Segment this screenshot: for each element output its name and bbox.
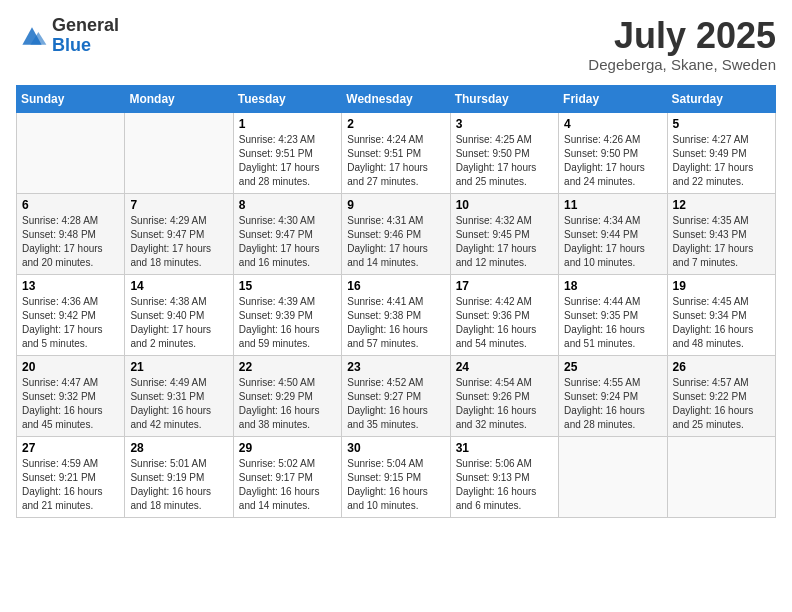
day-info: Sunrise: 4:52 AM Sunset: 9:27 PM Dayligh…: [347, 376, 444, 432]
day-info: Sunrise: 5:02 AM Sunset: 9:17 PM Dayligh…: [239, 457, 336, 513]
day-number: 8: [239, 198, 336, 212]
day-number: 31: [456, 441, 553, 455]
day-number: 5: [673, 117, 770, 131]
weekday-header-thursday: Thursday: [450, 85, 558, 112]
calendar-week-row: 1Sunrise: 4:23 AM Sunset: 9:51 PM Daylig…: [17, 112, 776, 193]
day-info: Sunrise: 4:24 AM Sunset: 9:51 PM Dayligh…: [347, 133, 444, 189]
calendar-cell: 7Sunrise: 4:29 AM Sunset: 9:47 PM Daylig…: [125, 193, 233, 274]
day-number: 10: [456, 198, 553, 212]
calendar-cell: 18Sunrise: 4:44 AM Sunset: 9:35 PM Dayli…: [559, 274, 667, 355]
day-number: 6: [22, 198, 119, 212]
weekday-header-saturday: Saturday: [667, 85, 775, 112]
weekday-header-sunday: Sunday: [17, 85, 125, 112]
day-info: Sunrise: 4:31 AM Sunset: 9:46 PM Dayligh…: [347, 214, 444, 270]
calendar-cell: 12Sunrise: 4:35 AM Sunset: 9:43 PM Dayli…: [667, 193, 775, 274]
calendar-cell: 23Sunrise: 4:52 AM Sunset: 9:27 PM Dayli…: [342, 355, 450, 436]
calendar-week-row: 13Sunrise: 4:36 AM Sunset: 9:42 PM Dayli…: [17, 274, 776, 355]
calendar-cell: 20Sunrise: 4:47 AM Sunset: 9:32 PM Dayli…: [17, 355, 125, 436]
calendar-cell: 10Sunrise: 4:32 AM Sunset: 9:45 PM Dayli…: [450, 193, 558, 274]
day-info: Sunrise: 4:30 AM Sunset: 9:47 PM Dayligh…: [239, 214, 336, 270]
calendar-cell: 2Sunrise: 4:24 AM Sunset: 9:51 PM Daylig…: [342, 112, 450, 193]
calendar-cell: 15Sunrise: 4:39 AM Sunset: 9:39 PM Dayli…: [233, 274, 341, 355]
day-number: 12: [673, 198, 770, 212]
day-info: Sunrise: 4:27 AM Sunset: 9:49 PM Dayligh…: [673, 133, 770, 189]
day-info: Sunrise: 4:35 AM Sunset: 9:43 PM Dayligh…: [673, 214, 770, 270]
page-header: General Blue July 2025 Degeberga, Skane,…: [16, 16, 776, 73]
day-number: 27: [22, 441, 119, 455]
day-info: Sunrise: 4:32 AM Sunset: 9:45 PM Dayligh…: [456, 214, 553, 270]
calendar-cell: 26Sunrise: 4:57 AM Sunset: 9:22 PM Dayli…: [667, 355, 775, 436]
calendar-cell: 31Sunrise: 5:06 AM Sunset: 9:13 PM Dayli…: [450, 436, 558, 517]
calendar-week-row: 6Sunrise: 4:28 AM Sunset: 9:48 PM Daylig…: [17, 193, 776, 274]
day-info: Sunrise: 4:54 AM Sunset: 9:26 PM Dayligh…: [456, 376, 553, 432]
calendar-cell: [125, 112, 233, 193]
location-subtitle: Degeberga, Skane, Sweden: [588, 56, 776, 73]
day-number: 20: [22, 360, 119, 374]
day-number: 18: [564, 279, 661, 293]
day-number: 29: [239, 441, 336, 455]
day-number: 17: [456, 279, 553, 293]
day-number: 24: [456, 360, 553, 374]
calendar-cell: 21Sunrise: 4:49 AM Sunset: 9:31 PM Dayli…: [125, 355, 233, 436]
day-info: Sunrise: 5:01 AM Sunset: 9:19 PM Dayligh…: [130, 457, 227, 513]
calendar-cell: 4Sunrise: 4:26 AM Sunset: 9:50 PM Daylig…: [559, 112, 667, 193]
month-title: July 2025: [588, 16, 776, 56]
calendar-cell: 13Sunrise: 4:36 AM Sunset: 9:42 PM Dayli…: [17, 274, 125, 355]
calendar-cell: 5Sunrise: 4:27 AM Sunset: 9:49 PM Daylig…: [667, 112, 775, 193]
logo: General Blue: [16, 16, 119, 56]
day-info: Sunrise: 5:06 AM Sunset: 9:13 PM Dayligh…: [456, 457, 553, 513]
day-number: 2: [347, 117, 444, 131]
calendar-week-row: 27Sunrise: 4:59 AM Sunset: 9:21 PM Dayli…: [17, 436, 776, 517]
day-number: 21: [130, 360, 227, 374]
day-info: Sunrise: 4:50 AM Sunset: 9:29 PM Dayligh…: [239, 376, 336, 432]
day-info: Sunrise: 4:59 AM Sunset: 9:21 PM Dayligh…: [22, 457, 119, 513]
calendar-week-row: 20Sunrise: 4:47 AM Sunset: 9:32 PM Dayli…: [17, 355, 776, 436]
day-info: Sunrise: 4:42 AM Sunset: 9:36 PM Dayligh…: [456, 295, 553, 351]
day-number: 14: [130, 279, 227, 293]
day-info: Sunrise: 4:47 AM Sunset: 9:32 PM Dayligh…: [22, 376, 119, 432]
logo-icon: [16, 22, 48, 50]
day-info: Sunrise: 4:25 AM Sunset: 9:50 PM Dayligh…: [456, 133, 553, 189]
calendar-cell: 3Sunrise: 4:25 AM Sunset: 9:50 PM Daylig…: [450, 112, 558, 193]
day-number: 4: [564, 117, 661, 131]
day-info: Sunrise: 4:55 AM Sunset: 9:24 PM Dayligh…: [564, 376, 661, 432]
day-number: 23: [347, 360, 444, 374]
day-number: 13: [22, 279, 119, 293]
calendar-cell: 9Sunrise: 4:31 AM Sunset: 9:46 PM Daylig…: [342, 193, 450, 274]
day-number: 11: [564, 198, 661, 212]
calendar-cell: 30Sunrise: 5:04 AM Sunset: 9:15 PM Dayli…: [342, 436, 450, 517]
day-number: 16: [347, 279, 444, 293]
calendar-cell: 6Sunrise: 4:28 AM Sunset: 9:48 PM Daylig…: [17, 193, 125, 274]
calendar-cell: 8Sunrise: 4:30 AM Sunset: 9:47 PM Daylig…: [233, 193, 341, 274]
day-number: 7: [130, 198, 227, 212]
day-info: Sunrise: 4:28 AM Sunset: 9:48 PM Dayligh…: [22, 214, 119, 270]
day-info: Sunrise: 4:36 AM Sunset: 9:42 PM Dayligh…: [22, 295, 119, 351]
day-number: 1: [239, 117, 336, 131]
day-info: Sunrise: 4:57 AM Sunset: 9:22 PM Dayligh…: [673, 376, 770, 432]
day-info: Sunrise: 4:29 AM Sunset: 9:47 PM Dayligh…: [130, 214, 227, 270]
calendar-cell: 14Sunrise: 4:38 AM Sunset: 9:40 PM Dayli…: [125, 274, 233, 355]
day-info: Sunrise: 4:26 AM Sunset: 9:50 PM Dayligh…: [564, 133, 661, 189]
weekday-header-monday: Monday: [125, 85, 233, 112]
calendar-cell: 28Sunrise: 5:01 AM Sunset: 9:19 PM Dayli…: [125, 436, 233, 517]
day-info: Sunrise: 4:38 AM Sunset: 9:40 PM Dayligh…: [130, 295, 227, 351]
day-number: 25: [564, 360, 661, 374]
weekday-header-tuesday: Tuesday: [233, 85, 341, 112]
day-number: 15: [239, 279, 336, 293]
title-block: July 2025 Degeberga, Skane, Sweden: [588, 16, 776, 73]
calendar-cell: 24Sunrise: 4:54 AM Sunset: 9:26 PM Dayli…: [450, 355, 558, 436]
day-number: 3: [456, 117, 553, 131]
calendar-cell: [559, 436, 667, 517]
weekday-header-wednesday: Wednesday: [342, 85, 450, 112]
day-info: Sunrise: 4:49 AM Sunset: 9:31 PM Dayligh…: [130, 376, 227, 432]
day-number: 9: [347, 198, 444, 212]
day-info: Sunrise: 4:34 AM Sunset: 9:44 PM Dayligh…: [564, 214, 661, 270]
day-info: Sunrise: 5:04 AM Sunset: 9:15 PM Dayligh…: [347, 457, 444, 513]
calendar-cell: 27Sunrise: 4:59 AM Sunset: 9:21 PM Dayli…: [17, 436, 125, 517]
calendar-cell: 19Sunrise: 4:45 AM Sunset: 9:34 PM Dayli…: [667, 274, 775, 355]
weekday-header-friday: Friday: [559, 85, 667, 112]
day-number: 30: [347, 441, 444, 455]
calendar-cell: 29Sunrise: 5:02 AM Sunset: 9:17 PM Dayli…: [233, 436, 341, 517]
calendar-cell: 22Sunrise: 4:50 AM Sunset: 9:29 PM Dayli…: [233, 355, 341, 436]
day-info: Sunrise: 4:39 AM Sunset: 9:39 PM Dayligh…: [239, 295, 336, 351]
